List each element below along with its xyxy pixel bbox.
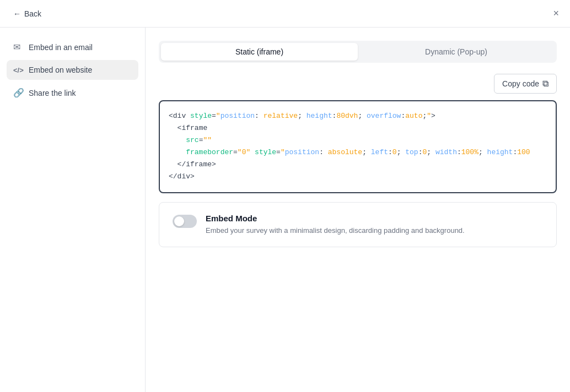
tab-dynamic[interactable]: Dynamic (Pop-up) (358, 43, 555, 61)
sidebar-item-embed-website[interactable]: </> Embed on website (7, 60, 138, 80)
email-icon: ✉ (13, 42, 23, 52)
embed-mode-card: Embed Mode Embed your survey with a mini… (159, 202, 557, 248)
embed-mode-title: Embed Mode (206, 214, 465, 223)
code-line-2: <iframe (169, 122, 547, 134)
embed-mode-text: Embed Mode Embed your survey with a mini… (206, 214, 465, 236)
toggle-knob (174, 216, 184, 226)
code-line-3: src="" (169, 134, 547, 146)
close-button[interactable]: × (551, 6, 561, 21)
code-line-4: frameborder="0" style="position: absolut… (169, 146, 547, 159)
content-area: Static (iframe) Dynamic (Pop-up) Copy co… (146, 28, 570, 392)
sidebar-item-label: Embed on website (29, 66, 92, 74)
tab-static[interactable]: Static (iframe) (161, 43, 358, 61)
copy-code-row: Copy code ⧉ (159, 74, 557, 94)
header: ← Back × (0, 0, 570, 28)
code-line-5: </iframe> (169, 159, 547, 171)
sidebar: ✉ Embed in an email </> Embed on website… (0, 28, 146, 392)
tab-switcher: Static (iframe) Dynamic (Pop-up) (159, 41, 557, 63)
sidebar-item-share-link[interactable]: 🔗 Share the link (7, 82, 138, 104)
sidebar-item-label: Share the link (29, 89, 76, 97)
embed-mode-toggle[interactable] (173, 215, 197, 228)
copy-code-button[interactable]: Copy code ⧉ (494, 74, 557, 94)
back-button[interactable]: ← Back (9, 7, 46, 20)
copy-icon: ⧉ (542, 79, 549, 89)
embed-mode-description: Embed your survey with a minimalist desi… (206, 225, 465, 236)
code-icon: </> (13, 66, 23, 74)
sidebar-item-embed-email[interactable]: ✉ Embed in an email (7, 36, 138, 58)
code-line-1: <div style="position: relative; height:8… (169, 110, 547, 122)
link-icon: 🔗 (13, 88, 23, 98)
sidebar-item-label: Embed in an email (29, 43, 93, 52)
main-layout: ✉ Embed in an email </> Embed on website… (0, 28, 570, 392)
copy-code-label: Copy code (502, 79, 539, 88)
code-block: <div style="position: relative; height:8… (159, 100, 557, 193)
back-label: Back (24, 9, 41, 18)
back-arrow-icon: ← (13, 9, 21, 18)
close-icon: × (553, 8, 559, 19)
code-line-6: </div> (169, 171, 547, 183)
